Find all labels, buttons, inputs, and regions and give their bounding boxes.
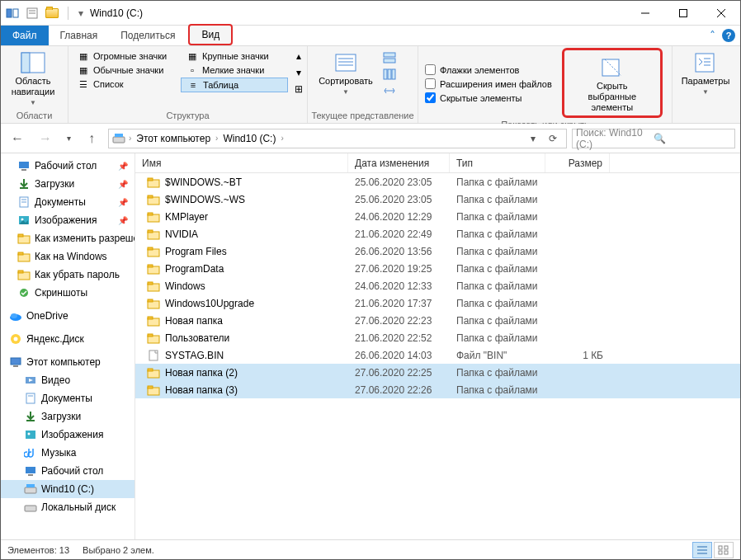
tab-home[interactable]: Главная: [49, 26, 110, 45]
folder-icon[interactable]: [43, 4, 61, 22]
tree-quick-item[interactable]: Рабочий стол📌: [1, 157, 135, 175]
collapse-ribbon-icon[interactable]: ˄: [710, 29, 715, 42]
tree-item-label: Музыка: [41, 447, 76, 459]
tree-quick-item[interactable]: Как убрать пароль: [1, 266, 135, 284]
layout-list[interactable]: ☰Список: [72, 78, 179, 91]
tree-onedrive[interactable]: OneDrive: [1, 307, 135, 325]
tree-item-label: Рабочий стол: [41, 465, 103, 477]
help-icon[interactable]: ?: [722, 29, 735, 42]
ribbon-group-current-view: Сортировать ▼ Текущее представление: [308, 46, 418, 123]
file-row[interactable]: NVIDIA21.06.2020 22:49Папка с файлами: [135, 225, 740, 242]
tab-view[interactable]: Вид: [188, 24, 233, 45]
file-date: 26.06.2020 13:56: [348, 246, 450, 257]
column-size[interactable]: Размер: [545, 153, 610, 172]
chevron-right-icon[interactable]: ›: [214, 134, 219, 143]
file-row[interactable]: $WINDOWS.~BT25.06.2020 23:05Папка с файл…: [135, 173, 740, 191]
column-name[interactable]: Имя: [135, 153, 348, 172]
sort-button[interactable]: Сортировать ▼: [311, 48, 380, 97]
tree-pc-child[interactable]: Рабочий стол: [1, 462, 135, 480]
navigation-tree[interactable]: Рабочий стол📌Загрузки📌Документы📌Изображе…: [1, 153, 135, 539]
tree-pc-child[interactable]: Загрузки: [1, 407, 135, 426]
layout-details[interactable]: ≡Таблица: [181, 78, 288, 92]
breadcrumb-pc[interactable]: Этот компьютер: [135, 133, 212, 144]
back-button[interactable]: ←: [6, 128, 29, 149]
tree-quick-item[interactable]: Как изменить разрешение📌: [1, 229, 135, 247]
tab-file[interactable]: Файл: [1, 26, 49, 45]
file-row[interactable]: Новая папка (2)27.06.2020 22:25Папка с ф…: [135, 364, 740, 381]
forward-button[interactable]: →: [34, 128, 57, 149]
tree-drive-c[interactable]: Wind10 (C:): [1, 480, 135, 498]
layout-large-icons[interactable]: ▦Крупные значки: [181, 49, 288, 63]
column-type[interactable]: Тип: [450, 153, 545, 172]
svg-rect-23: [696, 54, 714, 72]
group-by-button[interactable]: [382, 50, 397, 65]
file-row[interactable]: Новая папка (3)27.06.2020 22:26Папка с ф…: [135, 381, 740, 398]
history-dropdown[interactable]: ▾: [62, 128, 75, 149]
tree-quick-item[interactable]: Скриншоты: [1, 284, 135, 302]
tree-pc-child[interactable]: Видео: [1, 371, 135, 389]
address-bar[interactable]: › Этот компьютер › Wind10 (C:) › ▾ ⟳: [108, 129, 567, 148]
item-checkboxes-option[interactable]: Флажки элементов: [422, 63, 555, 77]
svg-rect-15: [384, 53, 395, 57]
tree-quick-item[interactable]: Как на Windows: [1, 247, 135, 266]
address-dropdown[interactable]: ▾: [523, 129, 543, 148]
tree-local-disk[interactable]: Локальный диск: [1, 498, 135, 516]
layout-huge-icons[interactable]: ▦Огромные значки: [72, 49, 179, 63]
view-icons-button[interactable]: [714, 542, 734, 558]
file-row[interactable]: Windows24.06.2020 12:33Папка с файлами: [135, 277, 740, 294]
tab-share[interactable]: Поделиться: [109, 26, 186, 45]
tree-quick-item[interactable]: Изображения📌: [1, 211, 135, 229]
tree-pc-child[interactable]: Документы: [1, 389, 135, 407]
qat-dropdown[interactable]: ▾: [75, 4, 87, 22]
search-box[interactable]: Поиск: Wind10 (C:) 🔍: [572, 129, 735, 148]
tree-yandex-disk[interactable]: Яндекс.Диск: [1, 330, 135, 348]
minimize-button[interactable]: [626, 1, 664, 26]
hidden-items-option[interactable]: Скрытые элементы: [422, 91, 555, 105]
file-row[interactable]: Windows10Upgrade21.06.2020 17:37Папка с …: [135, 294, 740, 312]
layout-scroll-down[interactable]: ▾: [291, 65, 306, 80]
close-button[interactable]: [702, 1, 740, 26]
file-row[interactable]: KMPlayer24.06.2020 12:29Папка с файлами: [135, 208, 740, 225]
up-button[interactable]: ↑: [80, 128, 103, 149]
svg-rect-65: [148, 195, 153, 198]
tree-pc-child[interactable]: Изображения: [1, 426, 135, 444]
column-date[interactable]: Дата изменения: [348, 153, 450, 172]
file-row[interactable]: Пользователи21.06.2020 22:52Папка с файл…: [135, 329, 740, 346]
ribbon-label: Область навигации: [9, 76, 57, 97]
tree-item-icon: [17, 268, 31, 281]
size-columns-button[interactable]: [382, 83, 397, 98]
app-icon[interactable]: [3, 4, 21, 22]
maximize-button[interactable]: [664, 1, 702, 26]
file-row[interactable]: Новая папка27.06.2020 22:23Папка с файла…: [135, 312, 740, 329]
file-row[interactable]: Program Files26.06.2020 13:56Папка с фай…: [135, 242, 740, 260]
view-details-button[interactable]: [692, 542, 712, 558]
qat-item[interactable]: [23, 4, 41, 22]
chevron-right-icon[interactable]: ›: [279, 134, 285, 143]
file-icon: [147, 349, 160, 362]
layout-scroll-up[interactable]: ▴: [291, 49, 306, 64]
tree-item-icon: [17, 177, 31, 191]
tree-quick-item[interactable]: Документы📌: [1, 193, 135, 211]
tree-item-icon: [24, 374, 37, 387]
small-icons-icon: ▫: [186, 64, 199, 76]
tree-quick-item[interactable]: Загрузки📌: [1, 175, 135, 193]
add-columns-button[interactable]: [382, 67, 397, 82]
layout-normal-icons[interactable]: ▦Обычные значки: [72, 64, 179, 77]
layout-expand[interactable]: ⊞: [291, 82, 306, 96]
navigation-pane-button[interactable]: Область навигации ▼: [4, 48, 62, 108]
breadcrumb-drive[interactable]: Wind10 (C:): [221, 133, 277, 144]
hide-selected-button[interactable]: Скрыть выбранные элементы: [569, 53, 655, 113]
file-row[interactable]: SYSTAG.BIN26.06.2020 14:03Файл "BIN"1 КБ: [135, 346, 740, 364]
options-button[interactable]: Параметры ▼: [676, 48, 735, 97]
layout-small-icons[interactable]: ▫Мелкие значки: [181, 64, 288, 77]
chevron-right-icon[interactable]: ›: [127, 134, 133, 143]
file-extensions-option[interactable]: Расширения имен файлов: [422, 77, 555, 91]
tree-pc-child[interactable]: Музыка: [1, 444, 135, 462]
tree-item-icon: [24, 446, 37, 459]
file-row[interactable]: $WINDOWS.~WS25.06.2020 23:05Папка с файл…: [135, 191, 740, 208]
tree-this-pc[interactable]: Этот компьютер: [1, 353, 135, 371]
file-row[interactable]: ProgramData27.06.2020 19:25Папка с файла…: [135, 260, 740, 277]
file-name: Пользователи: [165, 332, 229, 344]
refresh-button[interactable]: ⟳: [543, 129, 563, 148]
svg-rect-48: [11, 358, 21, 365]
